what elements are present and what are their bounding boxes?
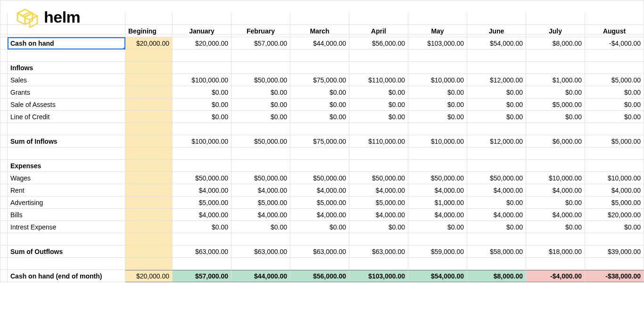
loc-mar[interactable]: $0.00 [290, 111, 349, 123]
blank-cell[interactable] [125, 123, 173, 135]
col-header-march[interactable]: March [290, 25, 349, 37]
interest-aug[interactable]: $0.00 [585, 221, 644, 233]
blank-cell[interactable] [467, 147, 526, 160]
blank-cell[interactable] [8, 147, 125, 160]
bills-aug[interactable]: $20,000.00 [585, 209, 644, 221]
blank-cell[interactable] [173, 147, 231, 160]
bills-feb[interactable]: $4,000.00 [231, 209, 290, 221]
blank-cell[interactable] [408, 49, 467, 62]
blank-cell[interactable] [408, 258, 467, 270]
sales-jun[interactable]: $12,000.00 [467, 74, 526, 86]
interest-mar[interactable]: $0.00 [290, 221, 349, 233]
row-label-end-of-month[interactable]: Cash on hand (end of month) [8, 270, 125, 282]
blank-cell[interactable] [526, 147, 585, 160]
eom-feb[interactable]: $44,000.00 [231, 270, 290, 282]
section-header-inflows[interactable]: Inflows [8, 62, 125, 74]
rent-mar[interactable]: $4,000.00 [290, 184, 349, 196]
col-header-may[interactable]: May [408, 25, 467, 37]
blank-cell[interactable] [125, 111, 173, 123]
blank-cell[interactable] [585, 258, 644, 270]
blank-cell[interactable] [585, 13, 644, 25]
loc-jan[interactable]: $0.00 [173, 111, 231, 123]
loc-jun[interactable]: $0.00 [467, 111, 526, 123]
blank-cell[interactable] [173, 123, 231, 135]
blank-cell[interactable] [349, 160, 408, 172]
blank-cell[interactable] [290, 160, 349, 172]
blank-cell[interactable] [526, 49, 585, 62]
cash-on-hand-may[interactable]: $103,000.00 [408, 37, 467, 49]
blank-cell[interactable] [125, 86, 173, 98]
sum-outflows-may[interactable]: $59,000.00 [408, 245, 467, 258]
col-header-begining[interactable]: Begining [125, 25, 173, 37]
blank-cell[interactable] [8, 233, 125, 245]
blank-cell[interactable] [290, 13, 349, 25]
eom-jun[interactable]: $8,000.00 [467, 270, 526, 282]
loc-aug[interactable]: $0.00 [585, 111, 644, 123]
interest-may[interactable]: $0.00 [408, 221, 467, 233]
blank-cell[interactable] [585, 49, 644, 62]
eom-jan[interactable]: $57,000.00 [173, 270, 231, 282]
blank-cell[interactable] [231, 123, 290, 135]
spreadsheet-grid[interactable]: helm Begining January February March Apr… [0, 0, 644, 282]
sales-jan[interactable]: $100,000.00 [173, 74, 231, 86]
row-label-rent[interactable]: Rent [8, 184, 125, 196]
grants-jan[interactable]: $0.00 [173, 86, 231, 98]
blank-cell[interactable] [526, 123, 585, 135]
row-label-advertising[interactable]: Advertising [8, 196, 125, 209]
blank-cell[interactable] [467, 13, 526, 25]
sum-outflows-feb[interactable]: $63,000.00 [231, 245, 290, 258]
blank-cell[interactable] [125, 98, 173, 111]
interest-apr[interactable]: $0.00 [349, 221, 408, 233]
rent-apr[interactable]: $4,000.00 [349, 184, 408, 196]
blank-cell[interactable] [408, 123, 467, 135]
blank-cell[interactable] [585, 62, 644, 74]
blank-cell[interactable] [349, 258, 408, 270]
blank-cell[interactable] [349, 123, 408, 135]
blank-cell[interactable] [467, 160, 526, 172]
sale-assets-jun[interactable]: $0.00 [467, 98, 526, 111]
blank-cell[interactable] [526, 233, 585, 245]
eom-mar[interactable]: $56,000.00 [290, 270, 349, 282]
sum-inflows-may[interactable]: $10,000.00 [408, 135, 467, 147]
advertising-apr[interactable]: $5,000.00 [349, 196, 408, 209]
bills-apr[interactable]: $4,000.00 [349, 209, 408, 221]
row-label-interest[interactable]: Intrest Expense [8, 221, 125, 233]
blank-cell[interactable] [585, 123, 644, 135]
grants-mar[interactable]: $0.00 [290, 86, 349, 98]
col-header-april[interactable]: April [349, 25, 408, 37]
blank-cell[interactable] [125, 74, 173, 86]
blank-cell[interactable] [290, 49, 349, 62]
sum-inflows-mar[interactable]: $75,000.00 [290, 135, 349, 147]
blank-cell[interactable] [125, 233, 173, 245]
blank-cell[interactable] [8, 49, 125, 62]
blank-cell[interactable] [526, 62, 585, 74]
loc-may[interactable]: $0.00 [408, 111, 467, 123]
bills-mar[interactable]: $4,000.00 [290, 209, 349, 221]
rent-jul[interactable]: $4,000.00 [526, 184, 585, 196]
row-label-sales[interactable]: Sales [8, 74, 125, 86]
grants-jun[interactable]: $0.00 [467, 86, 526, 98]
blank-cell[interactable] [8, 123, 125, 135]
row-label-sum-outflows[interactable]: Sum of Outflows [8, 245, 125, 258]
blank-cell[interactable] [585, 233, 644, 245]
blank-cell[interactable] [125, 172, 173, 184]
blank-cell[interactable] [173, 258, 231, 270]
sum-inflows-apr[interactable]: $110,000.00 [349, 135, 408, 147]
blank-cell[interactable] [125, 196, 173, 209]
blank-cell[interactable] [349, 233, 408, 245]
interest-feb[interactable]: $0.00 [231, 221, 290, 233]
blank-cell[interactable] [408, 62, 467, 74]
sum-inflows-feb[interactable]: $50,000.00 [231, 135, 290, 147]
row-label-grants[interactable]: Grants [8, 86, 125, 98]
rent-jun[interactable]: $4,000.00 [467, 184, 526, 196]
blank-cell[interactable] [231, 258, 290, 270]
blank-cell[interactable] [173, 160, 231, 172]
blank-cell[interactable] [125, 62, 173, 74]
blank-cell[interactable] [585, 160, 644, 172]
loc-apr[interactable]: $0.00 [349, 111, 408, 123]
advertising-aug[interactable]: $5,000.00 [585, 196, 644, 209]
blank-cell[interactable] [173, 233, 231, 245]
wages-jul[interactable]: $10,000.00 [526, 172, 585, 184]
sale-assets-may[interactable]: $0.00 [408, 98, 467, 111]
blank-cell[interactable] [231, 160, 290, 172]
